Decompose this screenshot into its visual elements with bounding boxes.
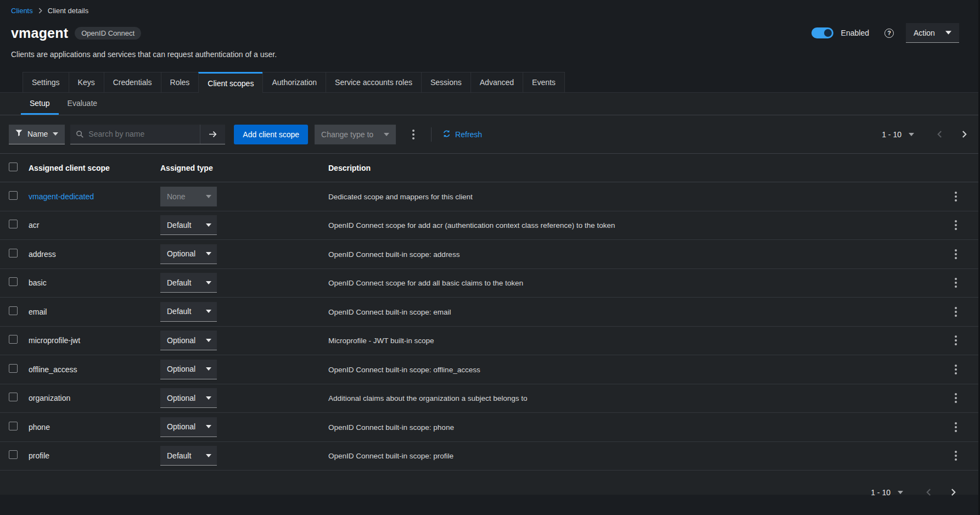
table-body: vmagent-dedicated None Dedicated scope a… [0, 182, 980, 471]
tab-sessions[interactable]: Sessions [421, 72, 471, 93]
assigned-type-value: None [167, 192, 185, 201]
row-kebab-button[interactable] [950, 333, 961, 349]
assigned-type-select[interactable]: Optional [160, 388, 217, 408]
tab-label: Authorization [272, 78, 317, 87]
row-kebab-button[interactable] [950, 275, 961, 291]
change-type-dropdown: Change type to [315, 125, 396, 144]
scope-description: OpenID Connect built-in scope: email [328, 308, 451, 316]
row-kebab-button[interactable] [950, 448, 961, 464]
assigned-type-select[interactable]: Default [160, 446, 217, 466]
pagination-top: 1 - 10 [882, 130, 967, 139]
tab-client-scopes[interactable]: Client scopes [198, 72, 262, 93]
tab-label: Client scopes [208, 79, 254, 88]
client-scopes-panel: Setup Evaluate Name [0, 93, 980, 495]
tab-label: Sessions [430, 78, 462, 87]
scope-name[interactable]: vmagent-dedicated [29, 192, 94, 201]
action-dropdown[interactable]: Action [906, 23, 959, 43]
row-checkbox[interactable] [9, 191, 18, 200]
subtab-label: Evaluate [68, 99, 97, 108]
search-icon [76, 130, 84, 138]
select-all-checkbox[interactable] [9, 163, 18, 171]
row-kebab-button[interactable] [950, 419, 961, 435]
scope-description: OpenID Connect built-in scope: address [328, 250, 460, 259]
row-checkbox[interactable] [9, 306, 18, 315]
name-filter-dropdown[interactable]: Name [9, 125, 65, 144]
assigned-type-select[interactable]: Default [160, 302, 217, 322]
subtab-label: Setup [30, 99, 50, 108]
scope-description: OpenID Connect built-in scope: phone [328, 423, 454, 432]
pagination-prev-button[interactable] [926, 489, 931, 496]
row-kebab-button[interactable] [950, 246, 961, 262]
row-checkbox[interactable] [9, 335, 18, 344]
scope-name: address [29, 250, 56, 259]
row-checkbox[interactable] [9, 422, 18, 430]
scope-description: Dedicated scope and mappers for this cli… [328, 193, 473, 201]
search-input[interactable] [88, 130, 200, 138]
action-dropdown-label: Action [914, 29, 935, 37]
row-kebab-button[interactable] [950, 361, 961, 377]
table-row: organization Optional Additional claims … [0, 384, 980, 413]
tab-keys[interactable]: Keys [69, 72, 104, 93]
table-row: acr Default OpenID Connect scope for add… [0, 211, 980, 240]
breadcrumb-clients-link[interactable]: Clients [11, 7, 33, 15]
bottom-bar: 1 - 10 [0, 471, 980, 514]
row-checkbox[interactable] [9, 393, 18, 401]
enabled-toggle[interactable] [811, 27, 833, 38]
toolbar-divider [431, 127, 432, 142]
row-kebab-button[interactable] [950, 390, 961, 406]
tab-advanced[interactable]: Advanced [471, 72, 523, 93]
tab-label: Service accounts roles [335, 78, 412, 87]
table-row: address Optional OpenID Connect built-in… [0, 240, 980, 269]
tabbar: Settings Keys Credentials Roles Client s… [0, 72, 980, 93]
tab-credentials[interactable]: Credentials [104, 72, 161, 93]
tab-roles[interactable]: Roles [161, 72, 199, 93]
tab-events[interactable]: Events [523, 72, 565, 93]
refresh-icon [443, 130, 451, 139]
search-submit-button[interactable] [200, 125, 225, 144]
assigned-type-value: Default [167, 278, 191, 287]
assigned-type-value: Default [167, 221, 191, 229]
refresh-button[interactable]: Refresh [443, 130, 482, 139]
row-kebab-button[interactable] [950, 217, 961, 233]
row-kebab-button[interactable] [950, 304, 961, 320]
assigned-type-select[interactable]: Default [160, 215, 217, 235]
tab-authorization[interactable]: Authorization [262, 72, 326, 93]
help-icon[interactable]: ? [884, 29, 894, 38]
row-checkbox[interactable] [9, 450, 18, 459]
enabled-label: Enabled [841, 29, 869, 37]
pagination-next-button[interactable] [962, 131, 967, 138]
assigned-type-select[interactable]: Optional [160, 331, 217, 350]
pagination-range-menu[interactable]: 1 - 10 [871, 488, 903, 497]
scope-name: profile [29, 451, 49, 460]
chevron-down-icon [206, 223, 211, 227]
column-header-assigned-type: Assigned type [160, 164, 328, 172]
refresh-label: Refresh [455, 130, 482, 139]
tab-service-accounts-roles[interactable]: Service accounts roles [326, 72, 421, 93]
subtab-setup[interactable]: Setup [21, 93, 59, 115]
column-header-assigned-client-scope: Assigned client scope [29, 164, 160, 172]
row-checkbox[interactable] [9, 277, 18, 286]
pagination-prev-button[interactable] [937, 131, 942, 138]
row-checkbox[interactable] [9, 364, 18, 373]
breadcrumb: Clients Client details [11, 7, 959, 15]
pagination-bottom: 1 - 10 [871, 488, 956, 497]
subtab-evaluate[interactable]: Evaluate [59, 93, 106, 115]
row-kebab-button[interactable] [950, 188, 961, 204]
table-row: phone Optional OpenID Connect built-in s… [0, 413, 980, 442]
tab-label: Settings [32, 78, 60, 87]
pagination-range-menu[interactable]: 1 - 10 [882, 130, 914, 139]
pagination-next-button[interactable] [951, 489, 956, 496]
pagination-range-label: 1 - 10 [882, 130, 901, 139]
row-checkbox[interactable] [9, 220, 18, 228]
assigned-type-select[interactable]: Default [160, 273, 217, 293]
toolbar-kebab-button[interactable] [408, 126, 419, 142]
tab-settings[interactable]: Settings [23, 72, 69, 93]
add-client-scope-button[interactable]: Add client scope [234, 125, 308, 144]
assigned-type-select[interactable]: Optional [160, 244, 217, 264]
assigned-type-value: Default [167, 307, 191, 316]
assigned-type-select[interactable]: Optional [160, 417, 217, 437]
assigned-type-select[interactable]: Optional [160, 360, 217, 379]
chevron-down-icon [206, 195, 211, 198]
table-row: profile Default OpenID Connect built-in … [0, 442, 980, 471]
row-checkbox[interactable] [9, 249, 18, 258]
